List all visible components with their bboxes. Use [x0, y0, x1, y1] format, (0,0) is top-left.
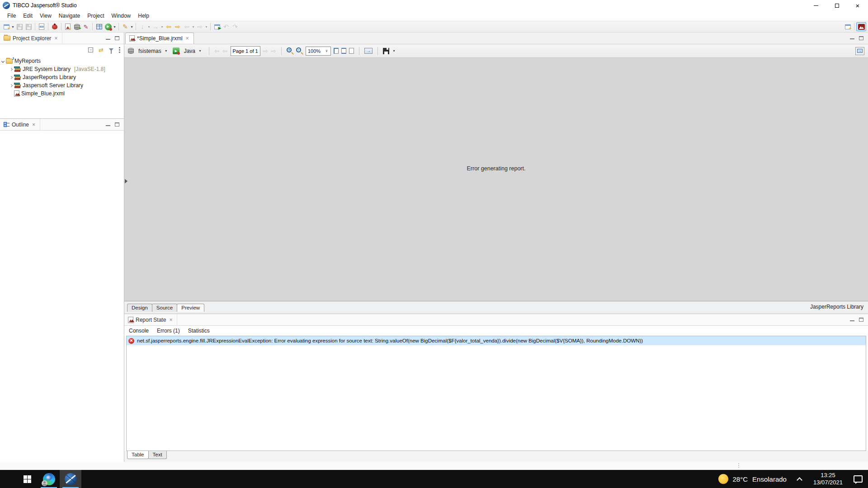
undo-button[interactable]: ↶ [222, 22, 231, 32]
filter-icon[interactable] [109, 48, 113, 51]
tree-item-jasperreports-library[interactable]: JasperReports Library [2, 73, 124, 81]
tab-errors[interactable]: Errors (1) [157, 328, 180, 334]
run-report-button[interactable]: ▶ [104, 22, 113, 32]
save-all-button[interactable] [24, 22, 33, 32]
view-menu-icon[interactable] [119, 47, 120, 48]
collapse-chevron-icon[interactable] [9, 67, 13, 70]
forward-history-button[interactable]: ⇨ [173, 22, 182, 32]
show-hidden-icons-chevron[interactable] [797, 477, 802, 483]
actual-size-icon[interactable] [349, 48, 354, 54]
dataset-button[interactable] [94, 22, 104, 32]
statusbar-grip[interactable] [738, 463, 739, 464]
project-explorer-tab[interactable]: Project Explorer × [2, 33, 62, 44]
outline-maximize-icon[interactable] [115, 122, 119, 127]
notification-center-icon[interactable] [854, 475, 863, 483]
import-button[interactable]: ↓ [138, 22, 147, 32]
export-report-icon[interactable]: → [364, 48, 373, 54]
taskbar-jaspersoft-button[interactable] [60, 470, 81, 488]
last-page-button[interactable]: ⇨ [271, 48, 276, 54]
collapse-all-icon[interactable]: − [88, 47, 93, 52]
page-indicator-input[interactable] [231, 46, 260, 56]
navigate-forward-dropdown[interactable]: ▾ [204, 25, 208, 29]
zoom-out-button[interactable]: − [296, 47, 303, 54]
menu-file[interactable]: File [4, 12, 19, 20]
add-image-button[interactable]: ✦ [63, 22, 72, 32]
back-history-button[interactable]: ⇦ [164, 22, 173, 32]
project-explorer-maximize-icon[interactable] [115, 36, 119, 40]
tab-table[interactable]: Table [127, 451, 149, 459]
run-report-dropdown[interactable]: ▾ [113, 25, 117, 29]
compile-dropdown[interactable]: ▾ [130, 25, 134, 29]
compile-button[interactable]: ✎ [121, 22, 130, 32]
report-state-minimize-icon[interactable] [850, 320, 854, 322]
menu-view[interactable]: View [36, 12, 55, 20]
editor-maximize-icon[interactable] [859, 36, 863, 40]
window-minimize-button[interactable] [806, 0, 826, 11]
first-page-button[interactable]: ⇦ [214, 48, 220, 54]
new-window-button[interactable]: ▶ [212, 22, 222, 32]
weather-widget[interactable]: 28°C Ensolarado [714, 474, 791, 484]
project-explorer-minimize-icon[interactable] [106, 39, 110, 40]
tab-statistics[interactable]: Statistics [188, 328, 210, 334]
tab-console[interactable]: Console [129, 328, 149, 334]
tab-text[interactable]: Text [148, 451, 167, 459]
binary-file-button[interactable]: 010 [37, 22, 46, 32]
tree-item-myreports[interactable]: J MyReports [2, 57, 124, 65]
project-explorer-close-icon[interactable]: × [53, 35, 58, 42]
outline-close-icon[interactable]: × [31, 122, 36, 128]
tree-item-simple-blue-jrxml[interactable]: Simple_Blue.jrxml [2, 89, 124, 98]
export-tool-dropdown[interactable]: ▾ [160, 25, 164, 29]
datasource-select[interactable]: fsistemas ▾ [137, 47, 170, 55]
palette-expand-handle[interactable] [125, 179, 127, 183]
outline-tab[interactable]: Outline × [2, 119, 40, 131]
fit-page-icon[interactable] [334, 48, 339, 54]
report-state-maximize-icon[interactable] [859, 318, 863, 322]
debug-button[interactable] [50, 22, 59, 32]
save-report-icon[interactable] [383, 48, 389, 54]
start-button[interactable] [16, 470, 38, 488]
fit-height-icon[interactable] [341, 48, 346, 54]
new-report-dropdown[interactable]: ▾ [11, 25, 15, 29]
previous-page-button[interactable]: ⇦ [222, 48, 228, 54]
next-page-button[interactable]: ⇨ [263, 48, 269, 54]
editor-tab-simple-blue[interactable]: *Simple_Blue.jrxml × [125, 33, 194, 44]
report-state-tab[interactable]: Report State × [126, 314, 177, 326]
menu-edit[interactable]: Edit [19, 12, 36, 20]
collapse-chevron-icon[interactable] [9, 75, 13, 79]
tab-design[interactable]: Design [127, 304, 152, 312]
save-button[interactable] [15, 22, 24, 32]
jasperreports-perspective-button[interactable] [856, 22, 866, 31]
zoom-in-button[interactable]: + [287, 47, 293, 54]
taskbar-edge-button[interactable] [38, 470, 60, 488]
add-datasource-button[interactable]: + [72, 22, 81, 32]
menu-window[interactable]: Window [108, 12, 135, 20]
zoom-level-select[interactable]: 100% ∨ [306, 47, 331, 56]
navigate-forward-button[interactable]: ⇨ [195, 22, 204, 32]
menu-help[interactable]: Help [134, 12, 153, 20]
maximize-preview-button[interactable]: → [855, 47, 864, 55]
window-maximize-button[interactable] [826, 0, 847, 11]
new-report-wizard-button[interactable]: ✦ [2, 22, 11, 32]
link-with-editor-icon[interactable]: ⇄ [99, 47, 104, 53]
export-tool-button[interactable]: → [151, 22, 160, 32]
editor-minimize-icon[interactable] [850, 38, 854, 40]
expand-chevron-icon[interactable] [1, 59, 5, 62]
report-state-close-icon[interactable]: × [168, 317, 173, 323]
language-select[interactable]: Java ▾ [182, 47, 204, 55]
collapse-chevron-icon[interactable] [9, 84, 13, 87]
window-close-button[interactable]: × [847, 0, 868, 11]
tree-item-jaspersoft-server-library[interactable]: Jaspersoft Server Library [2, 81, 124, 89]
tree-item-jre-library[interactable]: JRE System Library [JavaSE-1.8] [2, 65, 124, 73]
import-dropdown[interactable]: ▾ [147, 25, 151, 29]
navigate-back-dropdown[interactable]: ▾ [191, 25, 195, 29]
save-report-dropdown[interactable]: ▾ [392, 49, 396, 53]
open-perspective-button[interactable]: ✦ [843, 22, 852, 32]
error-row[interactable]: ✕ net.sf.jasperreports.engine.fill.JRExp… [127, 336, 866, 345]
tab-source[interactable]: Source [152, 304, 177, 312]
editor-tab-close-icon[interactable]: × [185, 35, 190, 42]
clock-widget[interactable]: 13:25 13/07/2021 [809, 472, 847, 486]
tab-preview[interactable]: Preview [177, 304, 204, 312]
run-preview-button[interactable]: ▶ [173, 47, 179, 54]
redo-button[interactable]: ↷ [231, 22, 240, 32]
edit-style-button[interactable]: ✎ [81, 22, 90, 32]
